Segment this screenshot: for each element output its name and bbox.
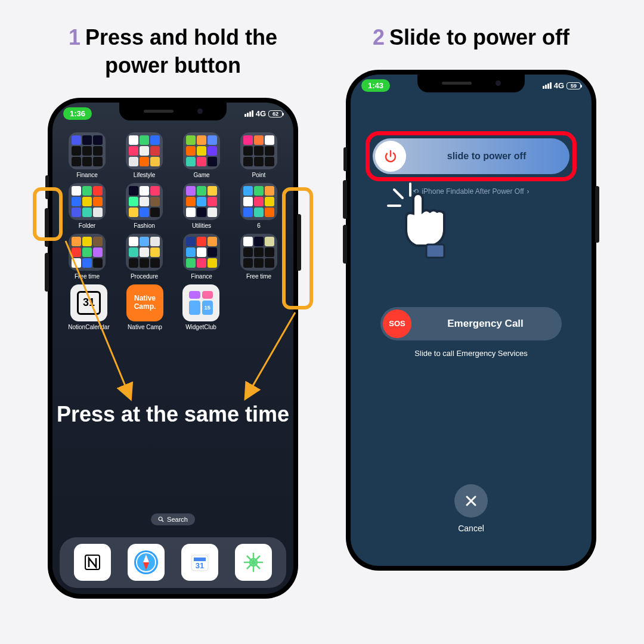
power-off-label: slide to power off (406, 151, 567, 162)
folder-lifestyle[interactable]: Lifestyle (119, 132, 170, 178)
step-2-text: Slide to power off (389, 25, 569, 49)
folder-label: Lifestyle (119, 172, 170, 178)
svg-line-3 (162, 520, 164, 522)
step-1-text: Press and hold the power button (85, 25, 277, 78)
battery-icon: 62 (268, 110, 283, 117)
app-widgetclub[interactable]: 15WidgetClub (175, 284, 227, 330)
folder-game[interactable]: Game (176, 132, 227, 178)
power-off-slider[interactable]: slide to power off (373, 138, 569, 174)
sos-knob[interactable]: SOS (383, 309, 411, 338)
svg-rect-17 (426, 244, 444, 258)
search-icon (158, 516, 164, 522)
folder-folder[interactable]: Folder (61, 183, 113, 229)
folder-label: Utilities (176, 222, 227, 229)
folder-label: Game (176, 172, 227, 178)
folder-finance[interactable]: Finance (176, 234, 227, 280)
phone-1: 1:36 4G 62 FinanceLifestyleGamePointFold… (48, 98, 298, 599)
cancel-button[interactable] (454, 484, 488, 518)
signal-icon (543, 82, 552, 89)
svg-line-0 (66, 241, 128, 393)
emergency-slider[interactable]: SOS Emergency Call (380, 307, 562, 340)
folder-label: Finance (176, 273, 227, 280)
network-label: 4G (554, 81, 564, 90)
svg-line-14 (394, 190, 402, 198)
signal-icon (244, 110, 253, 117)
chevron-right-icon: › (527, 187, 530, 196)
dock: 31 (60, 537, 286, 588)
folder-label: Finance (61, 172, 113, 178)
folder-utilities[interactable]: Utilities (176, 183, 227, 229)
emergency-sublabel: Slide to call Emergency Services (380, 349, 562, 358)
notch (119, 103, 227, 120)
emergency-label: Emergency Call (411, 318, 559, 330)
volume-down-button[interactable] (343, 225, 347, 264)
network-label: 4G (256, 109, 266, 118)
notch (417, 75, 525, 92)
folder-finance[interactable]: Finance (61, 132, 113, 178)
dock-app-notion[interactable] (74, 544, 111, 581)
cancel-region: Cancel (454, 484, 488, 533)
highlight-slider: slide to power off (366, 131, 577, 181)
folder-6[interactable]: 6 (233, 183, 284, 229)
step-2: 2Slide to power off 1:43 4G 59 (334, 24, 608, 599)
overlay-instruction: Press at the same time (52, 401, 293, 429)
cancel-label: Cancel (458, 524, 484, 533)
volume-up-button[interactable] (343, 180, 347, 219)
mute-switch[interactable] (343, 147, 347, 171)
app-label: WidgetClub (175, 324, 227, 330)
folder-label: Point (233, 172, 284, 178)
dock-app-calendar[interactable]: 31 (181, 544, 218, 581)
arrow-left (60, 235, 137, 402)
power-off-screen: 1:43 4G 59 slide to power off (351, 75, 592, 566)
volume-down-button[interactable] (45, 253, 49, 292)
close-icon (465, 494, 478, 507)
power-off-knob[interactable] (375, 141, 406, 172)
step-1: 1Press and hold the power button 1:36 (36, 24, 310, 599)
folder-label: 6 (233, 222, 284, 229)
search-label: Search (167, 516, 188, 523)
folder-label: Folder (61, 222, 113, 229)
highlight-volume (33, 187, 63, 241)
time-pill[interactable]: 1:36 (63, 107, 92, 120)
folder-label: Fashion (119, 222, 170, 229)
folder-point[interactable]: Point (233, 132, 284, 178)
svg-line-1 (249, 312, 295, 393)
arrow-right (242, 306, 301, 402)
step-2-title: 2Slide to power off (373, 24, 569, 52)
dock-app-safari[interactable] (128, 544, 165, 581)
highlight-power (282, 187, 313, 309)
power-icon (383, 148, 398, 164)
phone-2: 1:43 4G 59 slide to power off (346, 70, 596, 571)
search-button[interactable]: Search (151, 513, 195, 525)
dock-app-claude[interactable] (235, 544, 272, 581)
power-button[interactable] (595, 186, 599, 243)
step-1-number: 1 (69, 25, 80, 49)
folder-fashion[interactable]: Fashion (119, 183, 170, 229)
step-2-number: 2 (373, 25, 385, 49)
folder-free-time[interactable]: Free time (233, 234, 284, 280)
emergency-region: SOS Emergency Call Slide to call Emergen… (380, 307, 562, 358)
battery-icon: 59 (566, 82, 581, 89)
svg-text:31: 31 (196, 561, 204, 570)
svg-point-2 (159, 517, 162, 521)
folder-label: Free time (233, 273, 284, 280)
time-pill[interactable]: 1:43 (361, 79, 390, 92)
hand-pointer-icon (383, 179, 461, 262)
step-1-title: 1Press and hold the power button (36, 24, 310, 80)
